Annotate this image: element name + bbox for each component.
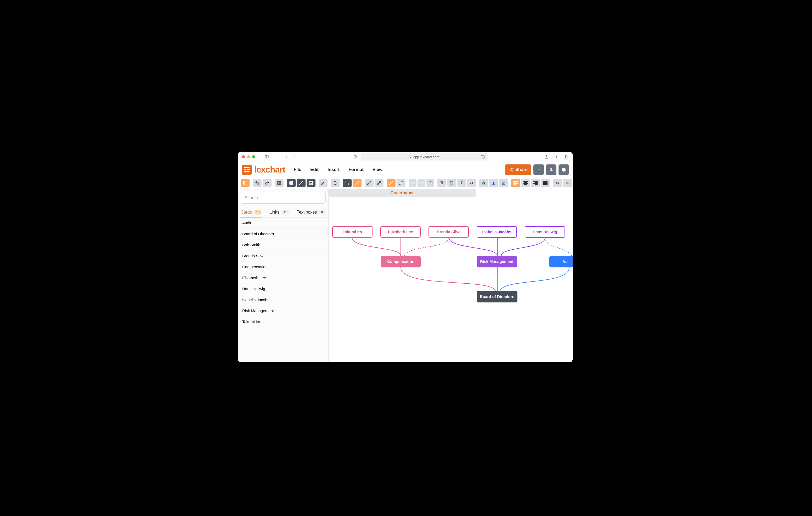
share-button[interactable]: Share xyxy=(505,164,531,175)
download-button[interactable] xyxy=(533,164,544,175)
edit-button[interactable] xyxy=(319,179,327,187)
underline-button[interactable]: U xyxy=(447,179,456,187)
auto-layout2-button[interactable] xyxy=(353,179,361,187)
delete-button[interactable] xyxy=(331,179,340,187)
svg-rect-14 xyxy=(280,181,281,183)
tabs-overview-icon[interactable] xyxy=(564,154,569,159)
list-item[interactable]: Takumi Ito xyxy=(238,316,328,327)
link-elbow-button[interactable] xyxy=(397,179,405,187)
node-risk[interactable]: Risk Management xyxy=(476,256,517,267)
canvas[interactable]: Governance xyxy=(328,189,573,362)
list-item[interactable]: Risk Management xyxy=(238,305,328,316)
menu-view[interactable]: View xyxy=(373,167,382,172)
url-bar[interactable]: app.lexchart.com xyxy=(360,153,488,160)
svg-point-18 xyxy=(299,184,300,185)
list-item[interactable]: Isabella Jacobs xyxy=(238,294,328,305)
account-button[interactable] xyxy=(546,164,556,175)
maximize-window-icon[interactable] xyxy=(252,155,255,158)
sidebar-toggle-icon[interactable] xyxy=(264,154,269,159)
sidebar-tabs: Cards 10 Links 11 Text boxes 0 xyxy=(238,207,328,217)
text-color-button[interactable]: A xyxy=(479,179,488,187)
svg-point-32 xyxy=(389,183,390,184)
svg-rect-6 xyxy=(566,156,568,158)
nav-forward-icon[interactable] xyxy=(291,154,297,159)
svg-rect-12 xyxy=(245,184,247,184)
node-hans[interactable]: Hans Hellwig xyxy=(525,226,565,238)
chevron-down-icon[interactable] xyxy=(272,154,275,159)
node-takumi[interactable]: Takumi Ito xyxy=(332,226,373,238)
node-isabella[interactable]: Isabella Jacobs xyxy=(476,226,517,238)
search-input[interactable] xyxy=(244,195,322,201)
list-item[interactable]: Hans Hellwig xyxy=(238,283,328,294)
share-sheet-icon[interactable] xyxy=(544,154,549,159)
minimize-window-icon[interactable] xyxy=(247,155,250,158)
collapse-button[interactable] xyxy=(375,179,383,187)
list-item[interactable]: Board of Directors xyxy=(238,229,328,239)
grid-button[interactable] xyxy=(275,179,284,187)
new-tab-icon[interactable] xyxy=(554,154,559,159)
expand-button[interactable] xyxy=(365,179,374,187)
search-input-wrap[interactable] xyxy=(241,192,326,204)
redo-button[interactable] xyxy=(263,179,271,187)
canvas-tab[interactable]: Governance xyxy=(328,189,476,197)
menu-edit[interactable]: Edit xyxy=(310,167,319,172)
svg-rect-39 xyxy=(502,184,505,185)
align-right-button[interactable] xyxy=(531,179,540,187)
text-size-button[interactable]: TT xyxy=(467,179,476,187)
tab-links-count: 11 xyxy=(281,210,289,215)
svg-point-24 xyxy=(312,184,313,185)
node-brenda[interactable]: Brenda Silva xyxy=(429,226,469,238)
align-justify-button[interactable] xyxy=(541,179,550,187)
url-text: app.lexchart.com xyxy=(413,155,439,159)
refresh-icon[interactable] xyxy=(481,154,486,159)
toggle-sidebar-button[interactable] xyxy=(241,179,250,187)
add-link-button[interactable] xyxy=(297,179,306,187)
menu-format[interactable]: Format xyxy=(348,167,364,172)
bold-button[interactable]: B xyxy=(437,179,446,187)
undo-button[interactable] xyxy=(253,179,262,187)
add-card-button[interactable] xyxy=(287,179,296,187)
align-center-button[interactable] xyxy=(521,179,530,187)
border-color-button[interactable] xyxy=(499,179,508,187)
svg-point-22 xyxy=(312,181,313,182)
line-dotted-button[interactable] xyxy=(427,179,434,187)
node-board[interactable]: Board of Directors xyxy=(476,291,517,302)
close-window-icon[interactable] xyxy=(242,155,245,158)
card-list: Audit Board of Directors Bob Smith Brend… xyxy=(238,217,328,327)
tab-cards[interactable]: Cards 10 xyxy=(241,210,262,217)
list-item[interactable]: Elizabeth Lee xyxy=(238,272,328,283)
browser-window: app.lexchart.com xyxy=(238,152,573,362)
svg-point-23 xyxy=(309,184,310,185)
list-item[interactable]: Compensation xyxy=(238,262,328,272)
node-audit[interactable]: Au xyxy=(549,256,573,267)
fill-color-button[interactable] xyxy=(489,179,498,187)
svg-line-28 xyxy=(370,181,371,182)
direction-horizontal-button[interactable] xyxy=(563,179,572,187)
direction-vertical-button[interactable] xyxy=(553,179,562,187)
tab-textboxes[interactable]: Text boxes 0 xyxy=(297,210,325,217)
links-layer xyxy=(328,189,573,362)
list-item[interactable]: Bob Smith xyxy=(238,239,328,250)
svg-rect-15 xyxy=(278,183,279,184)
italic-button[interactable]: I xyxy=(457,179,466,187)
svg-rect-13 xyxy=(278,181,279,183)
svg-rect-10 xyxy=(245,181,247,182)
line-solid-button[interactable] xyxy=(409,179,416,187)
shield-icon[interactable] xyxy=(353,154,358,159)
list-item[interactable]: Brenda Silva xyxy=(238,250,328,262)
node-compensation[interactable]: Compensation xyxy=(381,256,420,267)
nav-back-icon[interactable] xyxy=(284,154,289,159)
logo-mark-icon xyxy=(242,165,252,175)
menu-file[interactable]: File xyxy=(294,167,301,172)
line-dashed-button[interactable] xyxy=(417,179,425,187)
node-elizabeth[interactable]: Elizabeth Lee xyxy=(380,226,420,238)
menu-insert[interactable]: Insert xyxy=(327,167,340,172)
tab-links[interactable]: Links 11 xyxy=(269,210,289,217)
help-button[interactable] xyxy=(558,164,569,175)
auto-layout1-button[interactable] xyxy=(343,179,352,187)
align-left-button[interactable] xyxy=(511,179,520,187)
link-curve-button[interactable] xyxy=(387,179,396,187)
app-logo[interactable]: lexchart xyxy=(242,165,285,175)
add-textbox-button[interactable]: A xyxy=(307,179,316,187)
list-item[interactable]: Audit xyxy=(238,217,328,229)
